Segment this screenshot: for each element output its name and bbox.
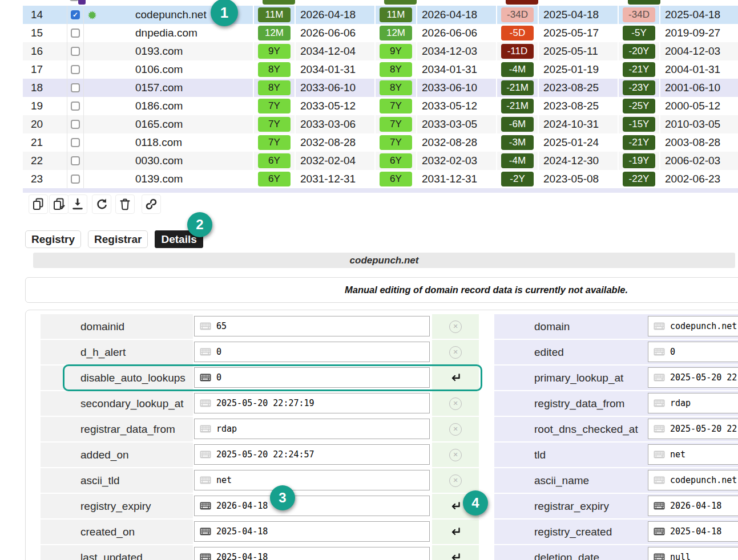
table-row[interactable]: 230139.com6Y2031-12-316Y2031-12-31-2Y202… — [23, 170, 738, 188]
purple-flag-icon — [78, 0, 86, 5]
table-row[interactable]: 160193.com9Y2034-12-049Y2034-12-03-11D20… — [23, 42, 738, 60]
domains-table: 14✓codepunch.net11M2026-04-1811M2026-04-… — [23, 0, 738, 193]
expiry-badge: -5D — [501, 26, 534, 40]
domain-cell[interactable]: dnpedia.com — [100, 24, 253, 42]
expiry-badge: 6Y — [258, 172, 291, 186]
copy-check-icon[interactable] — [49, 194, 68, 214]
field-input[interactable]: null — [648, 547, 738, 560]
field-value: 0 — [216, 372, 221, 383]
apply-button[interactable] — [432, 520, 479, 544]
field-input[interactable]: 2025-04-18 — [194, 547, 430, 560]
domain-cell[interactable]: 0030.com — [100, 152, 253, 170]
table-row[interactable]: 210118.com7Y2032-08-287Y2032-08-28-3M202… — [23, 133, 738, 152]
field-input[interactable]: 0 — [194, 342, 430, 362]
expiry-date: 2033-05-12 — [295, 97, 374, 115]
domain-cell[interactable]: 0165.com — [100, 115, 253, 133]
status-icon-cell — [84, 24, 100, 42]
form-row: disable_auto_lookups0 — [41, 366, 479, 390]
expiry-badge: -25Y — [623, 99, 655, 113]
domain-cell[interactable]: 0118.com — [100, 133, 253, 152]
tab-registry[interactable]: Registry — [25, 230, 81, 248]
clear-disabled-button[interactable]: ✕ — [432, 391, 479, 416]
table-row[interactable]: 15dnpedia.com12M2026-06-0612M2026-06-06-… — [23, 24, 738, 42]
keyboard-icon — [654, 322, 665, 330]
circle-x-icon: ✕ — [449, 320, 462, 333]
domain-cell[interactable]: 0186.com — [100, 97, 253, 115]
row-checkbox[interactable] — [71, 138, 80, 147]
copy-icon[interactable] — [29, 194, 48, 214]
table-row[interactable]: 220030.com6Y2032-02-046Y2032-02-03-4M202… — [23, 152, 738, 170]
row-checkbox[interactable] — [71, 83, 80, 92]
star-icon — [88, 11, 96, 19]
apply-button[interactable] — [432, 366, 479, 390]
expiry-badge-cell: 9Y — [374, 42, 416, 60]
field-input[interactable]: net — [194, 470, 430, 490]
field-input[interactable]: 2026-04-18 — [648, 496, 738, 516]
row-number: 23 — [23, 170, 67, 188]
field-input[interactable]: 2025-05-20 22:2 — [648, 367, 738, 388]
clear-disabled-button[interactable]: ✕ — [432, 443, 479, 467]
refresh-icon[interactable] — [92, 194, 111, 214]
download-icon[interactable] — [68, 194, 87, 214]
field-input[interactable]: 2025-04-18 — [194, 521, 430, 542]
field-input[interactable]: 2025-05-20 22:2 — [648, 419, 738, 439]
row-checkbox[interactable] — [71, 175, 80, 184]
field-value: codepunch.net — [670, 321, 737, 331]
row-number: 16 — [23, 42, 67, 60]
apply-button[interactable] — [432, 545, 479, 560]
row-checkbox[interactable] — [71, 120, 80, 129]
row-checkbox[interactable] — [71, 29, 80, 38]
row-checkbox[interactable] — [71, 102, 80, 111]
expiry-badge: 7Y — [258, 117, 291, 132]
field-input[interactable]: 2026-04-18 — [194, 496, 430, 516]
expiry-badge-cell: 6Y — [253, 170, 295, 188]
domain-cell[interactable]: 0157.com — [100, 79, 253, 97]
clear-disabled-button[interactable]: ✕ — [432, 417, 479, 441]
enter-icon — [449, 372, 462, 384]
domain-cell[interactable]: 0106.com — [100, 60, 253, 79]
status-icon-cell — [84, 97, 100, 115]
row-checkbox[interactable] — [71, 65, 80, 74]
expiry-date: 2033-03-06 — [295, 115, 374, 133]
table-row[interactable]: 14✓codepunch.net11M2026-04-1811M2026-04-… — [23, 6, 738, 24]
field-input[interactable]: 2025-05-20 22:24:57 — [194, 444, 430, 465]
keyboard-icon — [200, 476, 211, 484]
table-row[interactable]: 180157.com8Y2033-06-108Y2033-06-10-21M20… — [23, 79, 738, 97]
field-input[interactable]: rdap — [648, 393, 738, 413]
field-input[interactable]: 65 — [194, 316, 430, 336]
table-row[interactable]: 190186.com7Y2033-05-127Y2033-05-12-21M20… — [23, 97, 738, 115]
expiry-badge-cell: -20Y — [618, 42, 659, 60]
row-checkbox[interactable] — [71, 47, 80, 56]
tab-registrar[interactable]: Registrar — [88, 230, 148, 248]
field-input[interactable]: 0 — [648, 342, 738, 362]
field-input[interactable]: codepunch.net — [648, 470, 738, 490]
field-input[interactable]: codepunch.net — [648, 316, 738, 336]
details-form-right: domaincodepunch.netedited0primary_lookup… — [494, 314, 738, 560]
domain-cell[interactable]: 0139.com — [100, 170, 253, 188]
trash-icon[interactable] — [115, 194, 135, 214]
field-label: last_updated — [41, 545, 193, 560]
row-checkbox[interactable] — [71, 156, 80, 165]
field-input[interactable]: 0 — [194, 367, 430, 388]
expiry-badge-cell: 7Y — [374, 97, 416, 115]
clear-disabled-button[interactable]: ✕ — [432, 314, 479, 339]
clear-disabled-button[interactable]: ✕ — [432, 340, 479, 364]
field-label: registry_created — [494, 520, 647, 544]
expiry-badge-cell: 8Y — [253, 79, 295, 97]
expiry-badge: -4M — [501, 153, 534, 168]
table-row[interactable]: 170106.com8Y2034-01-318Y2034-01-31-4M202… — [23, 60, 738, 79]
domain-cell[interactable]: 0193.com — [100, 42, 253, 60]
field-input[interactable]: rdap — [194, 419, 430, 439]
unlink-icon[interactable] — [142, 194, 161, 214]
keyboard-icon — [654, 399, 665, 407]
expiry-badge: -11D — [501, 44, 534, 59]
status-icon-cell — [84, 79, 100, 97]
field-input[interactable]: 2025-04-18 — [648, 521, 738, 542]
clear-disabled-button[interactable]: ✕ — [432, 468, 479, 493]
table-row[interactable]: 200165.com7Y2033-03-067Y2033-03-05-6M202… — [23, 115, 738, 133]
field-input[interactable]: net — [648, 444, 738, 465]
row-number: 22 — [23, 152, 67, 170]
field-input[interactable]: 2025-05-20 22:27:19 — [194, 393, 430, 413]
form-row: d_h_alert0✕ — [41, 340, 479, 364]
row-checkbox[interactable]: ✓ — [71, 10, 80, 19]
